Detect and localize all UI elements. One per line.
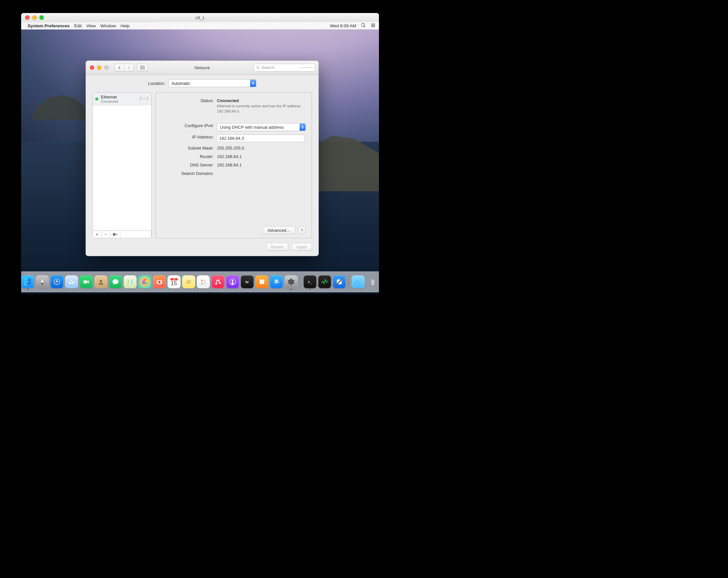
- subnet-mask-label: Subnet Mask:: [162, 145, 217, 150]
- vm-titlebar: c9_1: [21, 13, 379, 22]
- configure-ipv4-select[interactable]: Using DHCP with manual address: [217, 123, 306, 131]
- dock-sysprefs[interactable]: [285, 275, 297, 288]
- remove-service-button[interactable]: −: [102, 231, 110, 238]
- svg-rect-8: [140, 68, 141, 70]
- svg-point-42: [201, 281, 202, 283]
- prefs-toolbar: Network Search: [86, 61, 318, 75]
- dock-xcode[interactable]: [333, 275, 346, 288]
- dock-podcasts[interactable]: [226, 275, 239, 288]
- advanced-button-label: Advanced…: [267, 228, 290, 233]
- dock-appstore[interactable]: [270, 275, 283, 288]
- search-domains-value: [217, 170, 306, 176]
- dock-activity[interactable]: [318, 275, 331, 288]
- search-domains-label: Search Domains:: [162, 170, 217, 176]
- svg-rect-4: [140, 67, 141, 68]
- forward-button[interactable]: [124, 64, 134, 72]
- dock-photos[interactable]: [138, 275, 151, 288]
- svg-point-12: [143, 98, 144, 99]
- svg-point-43: [201, 283, 202, 284]
- svg-rect-45: [203, 282, 206, 282]
- vm-zoom-button[interactable]: [40, 15, 44, 20]
- svg-rect-2: [143, 66, 144, 67]
- dock-safari[interactable]: [50, 275, 63, 288]
- dock-music[interactable]: [211, 275, 225, 288]
- dock-downloads[interactable]: [352, 275, 365, 288]
- prefs-search[interactable]: Search: [254, 64, 315, 72]
- prefs-minimize-button[interactable]: [97, 65, 102, 70]
- help-button[interactable]: ?: [298, 226, 306, 234]
- configure-ipv4-label: Configure IPv4:: [162, 122, 217, 131]
- services-sidebar: Ethernet Connected: [93, 92, 152, 238]
- svg-point-20: [29, 280, 29, 281]
- mac-desktop: System Preferences Edit View Window Help…: [21, 22, 379, 294]
- location-select[interactable]: Automatic: [168, 79, 256, 87]
- vm-minimize-button[interactable]: [32, 15, 37, 20]
- service-detail: Status: Connected Ethernet is currently …: [155, 92, 312, 238]
- menu-help[interactable]: Help: [120, 23, 129, 28]
- search-icon: [256, 66, 260, 70]
- menu-view[interactable]: View: [86, 23, 96, 28]
- dock-terminal[interactable]: >_: [304, 275, 316, 288]
- vm-title: c9_1: [21, 15, 379, 20]
- dock-contacts[interactable]: [94, 275, 107, 288]
- svg-rect-39: [186, 282, 191, 282]
- dock-mail[interactable]: [65, 275, 78, 288]
- show-all-button[interactable]: [137, 64, 148, 72]
- dock-facetime[interactable]: [80, 275, 93, 288]
- prefs-close-button[interactable]: [90, 65, 94, 70]
- search-placeholder: Search: [262, 65, 275, 70]
- vm-close-button[interactable]: [25, 15, 30, 20]
- service-name: Ethernet: [101, 94, 137, 100]
- vm-window: c9_1 System Preferences Edit View Window…: [21, 13, 379, 294]
- dock-trash[interactable]: [366, 275, 379, 288]
- sidebar-footer: + −: [93, 230, 151, 238]
- dock-launchpad[interactable]: [36, 275, 49, 288]
- svg-rect-38: [186, 280, 191, 281]
- svg-point-19: [25, 280, 26, 281]
- svg-rect-0: [140, 66, 141, 67]
- dock-reminders[interactable]: [197, 275, 210, 288]
- spotlight-icon[interactable]: [361, 23, 366, 29]
- svg-point-34: [158, 281, 160, 283]
- svg-point-13: [144, 98, 145, 99]
- dock-notes[interactable]: [182, 275, 195, 288]
- service-ethernet[interactable]: Ethernet Connected: [93, 93, 151, 106]
- dock-tv[interactable]: tv: [241, 275, 254, 288]
- svg-rect-26: [83, 280, 87, 283]
- control-center-icon[interactable]: [370, 23, 376, 29]
- dock-maps[interactable]: [124, 275, 137, 288]
- dock-books[interactable]: [255, 275, 268, 288]
- location-value: Automatic: [172, 81, 190, 86]
- svg-rect-44: [203, 280, 206, 281]
- service-actions-button[interactable]: [110, 231, 120, 238]
- add-service-button[interactable]: +: [93, 231, 102, 238]
- svg-rect-11: [144, 68, 145, 70]
- ip-address-input[interactable]: 192.168.64.3: [217, 135, 305, 142]
- revert-button: Revert: [266, 243, 288, 251]
- ip-address-label: IP Address:: [162, 134, 217, 142]
- dock-finder[interactable]: [21, 275, 34, 288]
- search-expand-icon: [300, 67, 313, 68]
- prefs-zoom-button: [104, 65, 109, 70]
- svg-point-14: [145, 98, 146, 99]
- back-button[interactable]: [114, 64, 124, 72]
- configure-ipv4-value: Using DHCP with manual address: [220, 125, 284, 130]
- svg-point-41: [201, 280, 202, 281]
- router-label: Router:: [162, 153, 217, 159]
- ip-address-value: 192.168.64.3: [219, 136, 244, 141]
- location-label: Location:: [148, 81, 165, 86]
- dock-messages[interactable]: [109, 275, 122, 288]
- advanced-button[interactable]: Advanced…: [262, 226, 295, 234]
- svg-point-21: [41, 283, 43, 285]
- dock-photobooth[interactable]: [153, 275, 166, 288]
- apply-button: Apply: [291, 243, 312, 251]
- menu-edit[interactable]: Edit: [74, 23, 82, 28]
- svg-point-30: [145, 282, 147, 284]
- service-status: Connected: [101, 100, 137, 103]
- menubar-clock[interactable]: Wed 8:09 AM: [330, 23, 356, 28]
- router-value: 192.168.64.1: [217, 153, 306, 159]
- menu-window[interactable]: Window: [100, 23, 116, 28]
- menubar-app[interactable]: System Preferences: [28, 23, 70, 28]
- dock-calendar[interactable]: JAN15: [167, 275, 181, 288]
- ethernet-icon: [139, 95, 149, 103]
